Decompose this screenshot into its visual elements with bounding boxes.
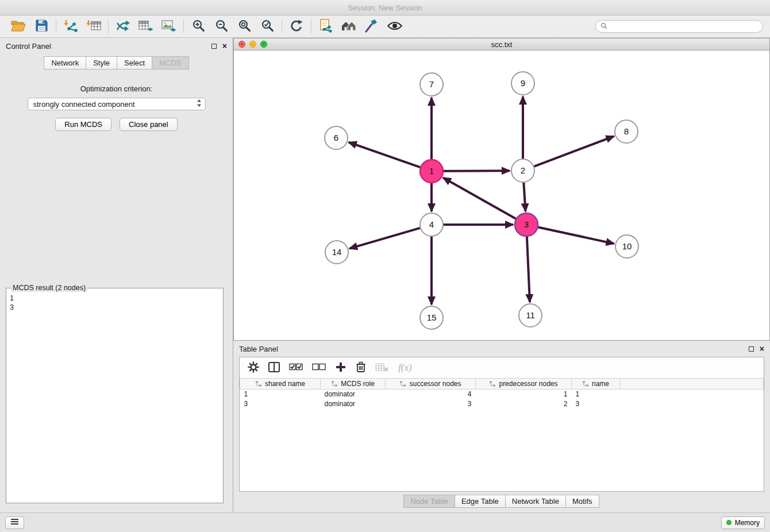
tab-motifs[interactable]: Motifs bbox=[565, 495, 599, 508]
tab-mcds[interactable]: MCDS bbox=[152, 56, 188, 70]
zoom-fit-button[interactable] bbox=[233, 17, 256, 36]
save-session-button[interactable] bbox=[30, 17, 53, 36]
table-row[interactable]: 3dominator323 bbox=[240, 399, 764, 409]
open-file-button[interactable] bbox=[7, 17, 30, 36]
network-canvas[interactable]: 7968124310141511 bbox=[234, 51, 769, 340]
function-builder-button[interactable]: f(x) bbox=[398, 362, 412, 373]
column-header-shared-name[interactable]: shared name bbox=[240, 379, 321, 390]
graph-node-15[interactable]: 15 bbox=[420, 306, 443, 329]
graph-node-2[interactable]: 2 bbox=[511, 159, 534, 182]
table-cell[interactable]: 2 bbox=[476, 399, 572, 409]
graph-edge-3-1[interactable] bbox=[443, 178, 516, 218]
column-header-predecessor-nodes[interactable]: predecessor nodes bbox=[476, 379, 572, 390]
toolbar-separator bbox=[56, 20, 56, 33]
table-cell[interactable]: 3 bbox=[572, 399, 620, 409]
tab-select[interactable]: Select bbox=[117, 56, 152, 70]
table-row[interactable]: 1dominator411 bbox=[240, 390, 764, 399]
tab-network[interactable]: Network bbox=[44, 56, 86, 70]
graph-edge-2-8[interactable] bbox=[534, 136, 614, 166]
table-cell[interactable]: 3 bbox=[240, 399, 321, 409]
run-mcds-button[interactable]: Run MCDS bbox=[55, 118, 111, 131]
graph-edge-4-14[interactable] bbox=[349, 228, 420, 249]
graph-edge-1-6[interactable] bbox=[349, 142, 420, 167]
graph-node-9[interactable]: 9 bbox=[511, 72, 534, 95]
export-image-button[interactable] bbox=[157, 17, 180, 36]
float-panel-icon[interactable] bbox=[211, 44, 217, 49]
close-table-panel-icon[interactable]: × bbox=[760, 345, 764, 353]
close-panel-icon[interactable]: × bbox=[222, 42, 227, 50]
tab-style[interactable]: Style bbox=[86, 56, 117, 70]
graph-edge-1-2[interactable] bbox=[444, 171, 510, 171]
graph-node-6[interactable]: 6 bbox=[325, 126, 348, 149]
close-window-icon[interactable]: × bbox=[238, 41, 245, 48]
minimize-window-icon[interactable]: − bbox=[249, 41, 256, 48]
import-network-icon bbox=[63, 20, 78, 34]
graph-edge-2-3[interactable] bbox=[523, 183, 525, 211]
table-cell[interactable]: 1 bbox=[476, 390, 572, 399]
graph-node-label: 15 bbox=[427, 313, 437, 322]
graph-node-1[interactable]: 1 bbox=[420, 160, 443, 183]
table-cell[interactable]: 3 bbox=[386, 399, 476, 409]
table-panel-body: f(x) shared name MCDS role successor nod… bbox=[239, 357, 764, 492]
table-cell-filler bbox=[620, 390, 764, 399]
graph-edge-3-10[interactable] bbox=[538, 227, 614, 244]
table-cell[interactable]: dominator bbox=[321, 390, 386, 399]
graph-edge-3-11[interactable] bbox=[527, 237, 530, 302]
graph-node-11[interactable]: 11 bbox=[519, 304, 542, 327]
mcds-result-line: 1 bbox=[10, 294, 220, 303]
graph-node-7[interactable]: 7 bbox=[420, 73, 443, 96]
graph-node-label: 3 bbox=[524, 219, 529, 229]
add-column-button[interactable] bbox=[335, 361, 346, 375]
search-input[interactable] bbox=[610, 22, 758, 30]
import-table-button[interactable] bbox=[82, 17, 105, 36]
table-cell[interactable]: dominator bbox=[321, 399, 386, 409]
column-tree-icon bbox=[399, 381, 406, 387]
graph-node-10[interactable]: 10 bbox=[615, 235, 638, 258]
select-all-button[interactable] bbox=[289, 363, 303, 373]
table-cell[interactable]: 4 bbox=[386, 390, 476, 399]
table-cell[interactable]: 1 bbox=[572, 390, 620, 399]
graph-node-3[interactable]: 3 bbox=[515, 213, 538, 236]
column-header-mcds-role[interactable]: MCDS role bbox=[321, 379, 386, 390]
show-columns-button[interactable] bbox=[268, 362, 280, 374]
zoom-out-button[interactable] bbox=[210, 17, 233, 36]
tab-network-table[interactable]: Network Table bbox=[505, 495, 566, 508]
criterion-dropdown[interactable]: strongly connected component bbox=[28, 98, 206, 110]
paint-wand-icon bbox=[365, 19, 379, 34]
memory-button[interactable]: Memory bbox=[721, 516, 765, 529]
show-graphics-details-button[interactable] bbox=[383, 17, 406, 36]
maximize-window-icon[interactable]: + bbox=[260, 41, 267, 48]
apply-style-button[interactable] bbox=[360, 17, 383, 36]
network-from-selection-button[interactable] bbox=[314, 17, 337, 36]
refresh-button[interactable] bbox=[285, 17, 308, 36]
mcds-result-group: MCDS result (2 nodes) 1 3 bbox=[6, 284, 224, 503]
first-neighbors-button[interactable] bbox=[337, 17, 360, 36]
graph-node-8[interactable]: 8 bbox=[615, 120, 638, 143]
zoom-selected-button[interactable] bbox=[256, 17, 279, 36]
zoom-in-button[interactable] bbox=[187, 17, 210, 36]
close-panel-button[interactable]: Close panel bbox=[120, 118, 178, 131]
delete-column-button[interactable] bbox=[356, 361, 366, 375]
tab-node-table[interactable]: Node Table bbox=[403, 495, 455, 508]
network-graph: 7968124310141511 bbox=[325, 72, 638, 329]
fx-icon: f(x) bbox=[398, 362, 412, 373]
graph-node-4[interactable]: 4 bbox=[420, 213, 443, 236]
two-houses-icon bbox=[341, 20, 357, 34]
search-icon bbox=[600, 22, 607, 31]
graph-node-14[interactable]: 14 bbox=[325, 241, 348, 264]
float-table-panel-icon[interactable] bbox=[749, 346, 754, 352]
tab-edge-table[interactable]: Edge Table bbox=[455, 495, 506, 508]
unselect-all-button[interactable] bbox=[312, 363, 326, 373]
column-header-name[interactable]: name bbox=[572, 379, 620, 390]
delete-table-button[interactable] bbox=[375, 363, 389, 373]
export-network-button[interactable] bbox=[111, 17, 134, 36]
table-cell-filler bbox=[620, 399, 764, 409]
toolbar-search-field[interactable] bbox=[595, 20, 763, 33]
column-header-successor-nodes[interactable]: successor nodes bbox=[386, 379, 476, 390]
window-title: Session: New Session bbox=[348, 3, 422, 12]
export-table-button[interactable] bbox=[134, 17, 157, 36]
table-cell[interactable]: 1 bbox=[240, 390, 321, 399]
task-history-button[interactable] bbox=[5, 516, 24, 529]
import-network-button[interactable] bbox=[59, 17, 82, 36]
table-settings-button[interactable] bbox=[248, 361, 259, 375]
